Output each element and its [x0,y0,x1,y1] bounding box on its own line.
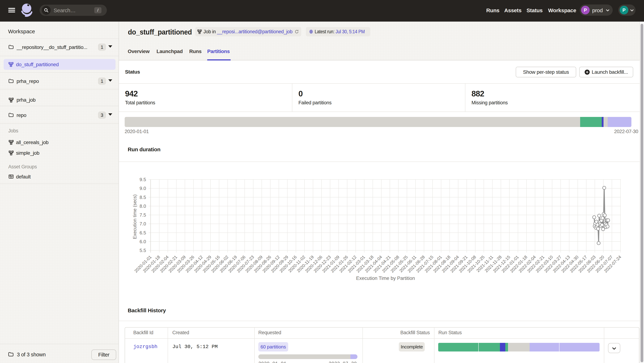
svg-text:7.5: 7.5 [140,212,146,218]
svg-text:5.5: 5.5 [140,248,146,253]
svg-text:9.0: 9.0 [140,186,146,191]
svg-text:Execution Time by Partition: Execution Time by Partition [356,276,415,281]
svg-text:7.0: 7.0 [140,221,146,226]
svg-text:9.5: 9.5 [140,177,146,182]
svg-text:Execution time (secs): Execution time (secs) [132,194,138,239]
svg-text:8.0: 8.0 [140,204,146,209]
svg-text:6.5: 6.5 [140,230,146,236]
svg-text:6.0: 6.0 [140,239,146,244]
svg-text:8.5: 8.5 [140,195,146,200]
